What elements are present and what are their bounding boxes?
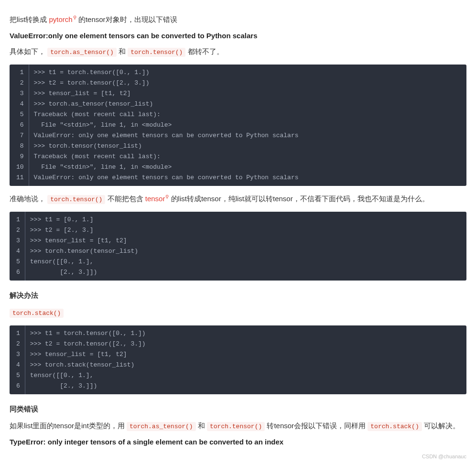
- code-block-3: 123456 >>> t1 = torch.tensor([0., 1.])>>…: [10, 325, 466, 394]
- inline-code-stack: torch.stack(): [10, 309, 64, 318]
- error-message-2: TypeError: only integer tensors of a sin…: [10, 436, 466, 448]
- search-icon: ⚲: [165, 193, 169, 201]
- inline-code-stack-2: torch.stack(): [368, 422, 422, 431]
- pytorch-link[interactable]: pytorch⚲: [49, 15, 76, 23]
- paragraph-2: 具体如下， torch.as_tensor() 和 torch.tensor()…: [10, 45, 466, 58]
- code-lines: >>> t1 = [0., 1.]>>> t2 = [2., 3.]>>> te…: [25, 212, 466, 281]
- similar-errors-heading: 同类错误: [10, 403, 466, 415]
- code-block-2: 123456 >>> t1 = [0., 1.]>>> t2 = [2., 3.…: [10, 212, 466, 281]
- line-numbers: 1234567891011: [10, 65, 29, 186]
- intro-text-2: 的tensor对象时，出现以下错误: [78, 15, 177, 23]
- paragraph-4: 如果list里面的tensor是int类型的，用 torch.as_tensor…: [10, 420, 466, 432]
- paragraph-3: 准确地说， torch.tensor() 不能把包含 tensor⚲ 的list…: [10, 193, 466, 205]
- tensor-link[interactable]: tensor⚲: [145, 195, 169, 203]
- watermark: CSDN @chuanauc: [10, 452, 466, 461]
- solution-heading: 解决办法: [10, 289, 466, 302]
- code-lines: >>> t1 = torch.tensor([0., 1.])>>> t2 = …: [29, 65, 466, 186]
- intro-paragraph: 把list转换成 pytorch⚲ 的tensor对象时，出现以下错误: [10, 13, 466, 26]
- search-icon: ⚲: [73, 13, 76, 22]
- solution-code-paragraph: torch.stack(): [10, 306, 466, 319]
- inline-code-tensor-3: torch.tensor(): [207, 422, 265, 431]
- error-message-1: ValueError:only one element tensors can …: [10, 30, 466, 42]
- inline-code-as-tensor-2: torch.as_tensor(): [127, 422, 196, 431]
- inline-code-as-tensor: torch.as_tensor(): [47, 48, 117, 57]
- inline-code-tensor-2: torch.tensor(): [47, 195, 105, 204]
- code-block-1: 1234567891011 >>> t1 = torch.tensor([0.,…: [10, 65, 466, 186]
- line-numbers: 123456: [10, 325, 25, 394]
- line-numbers: 123456: [10, 212, 25, 281]
- code-lines: >>> t1 = torch.tensor([0., 1.])>>> t2 = …: [25, 325, 466, 394]
- intro-text-1: 把list转换成: [10, 15, 47, 23]
- inline-code-tensor: torch.tensor(): [128, 48, 185, 57]
